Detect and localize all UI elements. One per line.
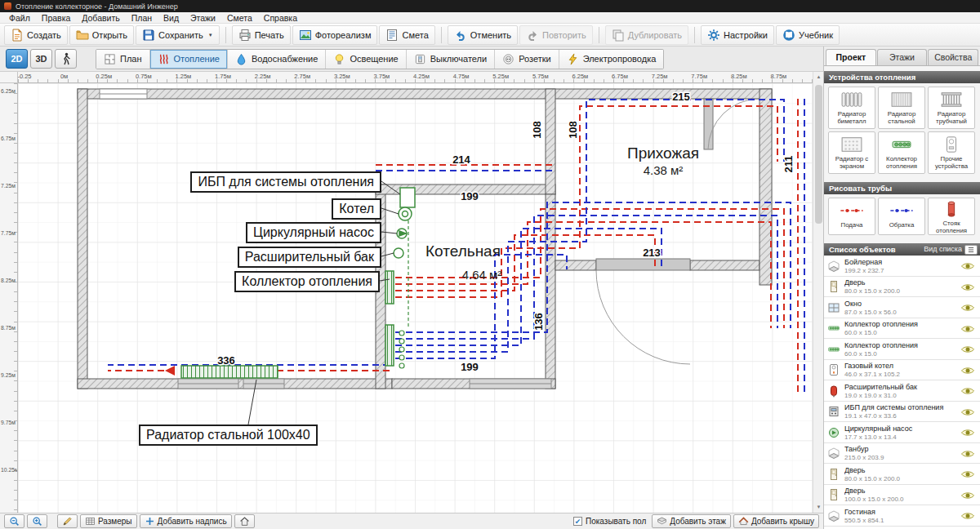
- visibility-eye-icon[interactable]: [960, 345, 975, 354]
- object-list-item[interactable]: Газовый котел46.0 x 37.1 x 105.2: [824, 360, 980, 381]
- object-name: Дверь: [844, 487, 949, 496]
- new-document-button[interactable]: Создать: [4, 25, 68, 45]
- visibility-eye-icon[interactable]: [960, 511, 975, 521]
- object-list-item[interactable]: Танбур215.0 x 203.9: [824, 443, 980, 465]
- object-list-item[interactable]: Коллектор отопления60.0 x 15.0: [824, 339, 980, 360]
- walk-mode-button[interactable]: [55, 49, 77, 69]
- tab-properties[interactable]: Свойства: [928, 49, 978, 65]
- mode-2d-button[interactable]: 2D: [6, 49, 28, 69]
- object-name: Коллектор отопления: [844, 320, 949, 329]
- vertical-scrollbar[interactable]: ▲ ▼: [813, 72, 823, 513]
- print-button[interactable]: Печать: [232, 25, 291, 45]
- callout-pump[interactable]: Циркулярный насос: [246, 222, 381, 243]
- visibility-eye-icon[interactable]: [960, 261, 975, 271]
- roof-icon: [738, 516, 749, 527]
- tab-project[interactable]: Проект: [826, 49, 876, 65]
- object-list-item[interactable]: Бойлерная199.2 x 232.7: [824, 256, 980, 277]
- object-name: Расширительный бак: [844, 383, 949, 392]
- visibility-eye-icon[interactable]: [960, 324, 975, 334]
- visibility-eye-icon[interactable]: [960, 386, 975, 396]
- scrollbar-thumb[interactable]: [815, 85, 822, 224]
- visibility-eye-icon[interactable]: [960, 491, 975, 500]
- open-folder-button[interactable]: Открыть: [69, 25, 134, 45]
- visibility-eye-icon[interactable]: [960, 282, 975, 292]
- collector-tile[interactable]: Коллектор отопления: [878, 131, 925, 174]
- add-floor-button[interactable]: Добавить этаж: [652, 514, 731, 528]
- menu-item-1[interactable]: Правка: [36, 13, 76, 23]
- steel-radiator[interactable]: [181, 366, 278, 378]
- object-list-item[interactable]: Дверь80.0 x 15.0 x 200.0: [824, 277, 980, 298]
- callout-ups[interactable]: ИБП для системы отопления: [190, 171, 381, 193]
- object-list-item[interactable]: Дверь100.0 x 15.0 x 200.0: [824, 485, 980, 506]
- object-list-item[interactable]: Расширительный бак19.0 x 19.0 x 31.0: [824, 380, 980, 402]
- callout-expansion-tank[interactable]: Расширительный бак: [238, 247, 381, 268]
- view-tab-heating[interactable]: Отопление: [150, 50, 228, 69]
- visibility-eye-icon[interactable]: [960, 469, 975, 479]
- canvas-area[interactable]: -0.250м0.25м0.75м1.25м1.75м2.25м2.75м3.2…: [0, 72, 813, 513]
- tab-floors[interactable]: Этажи: [877, 49, 928, 65]
- callout-boiler[interactable]: Котел: [332, 198, 381, 220]
- visibility-eye-icon[interactable]: [960, 303, 975, 313]
- photorealism-button[interactable]: Фотореализм: [292, 25, 378, 45]
- menu-item-0[interactable]: Файл: [3, 13, 36, 23]
- view-tab-water[interactable]: Водоснабжение: [228, 50, 326, 69]
- other-devices-tile[interactable]: Прочие устройства: [928, 131, 975, 174]
- view-tab-switch[interactable]: Выключатели: [407, 50, 495, 69]
- toolbar-button-label: Смета: [402, 30, 428, 40]
- settings-button[interactable]: Настройки: [701, 25, 774, 45]
- view-tab-socket[interactable]: Розетки: [495, 50, 559, 69]
- view-tab-plan[interactable]: План: [96, 50, 150, 69]
- callout-collector[interactable]: Коллектор отопления: [234, 271, 380, 292]
- save-icon: [142, 29, 155, 42]
- menu-item-2[interactable]: Добавить: [76, 13, 125, 23]
- expansion-tank-symbol: [394, 248, 403, 258]
- add-roof-button[interactable]: Добавить крышу: [733, 514, 819, 528]
- object-list-item[interactable]: Коллектор отопления60.0 x 15.0: [824, 318, 980, 340]
- supply-pipe-tile[interactable]: Подача: [828, 198, 875, 235]
- object-name: Окно: [844, 300, 949, 309]
- socket-icon: [502, 53, 514, 65]
- home-button[interactable]: [234, 514, 255, 528]
- object-list-item[interactable]: ИБП для системы отопления19.1 x 47.0 x 3…: [824, 402, 980, 423]
- dimensions-button[interactable]: Размеры: [80, 514, 137, 528]
- radiator-bimetal-tile[interactable]: Радиатор биметалл: [828, 87, 875, 129]
- radiator-steel-tile[interactable]: Радиатор стальной: [878, 87, 925, 129]
- floor-plan[interactable]: Прихожая 4.38 м² Котельная 4.64 м² 214 1…: [18, 83, 813, 513]
- menu-item-4[interactable]: Вид: [158, 13, 185, 23]
- return-pipe-tile[interactable]: Обратка: [878, 198, 925, 235]
- radiator-screen-tile[interactable]: Радиатор с экраном: [828, 131, 875, 174]
- tutorial-button[interactable]: Учебник: [776, 25, 840, 45]
- object-list-item[interactable]: Гостиная550.5 x 854.1: [824, 505, 980, 527]
- save-button[interactable]: Сохранить▼: [136, 25, 220, 45]
- menu-item-7[interactable]: Справка: [258, 13, 303, 23]
- list-view-button[interactable]: [964, 245, 978, 255]
- callout-radiator[interactable]: Радиатор стальной 100x40: [139, 425, 318, 446]
- room-icon: [827, 509, 840, 522]
- add-caption-button[interactable]: Добавить надпись: [140, 514, 232, 528]
- visibility-eye-icon[interactable]: [960, 407, 975, 417]
- estimate-button[interactable]: Смета: [379, 25, 434, 45]
- visibility-eye-icon[interactable]: [960, 449, 975, 459]
- object-list-item[interactable]: Окно87.0 x 15.0 x 56.0: [824, 297, 980, 318]
- view-tab-wiring[interactable]: Электропроводка: [559, 50, 664, 69]
- measure-button[interactable]: [57, 514, 78, 528]
- object-list-item[interactable]: Узкая входная дверь: [824, 527, 980, 529]
- riser-tile[interactable]: Стояк отопления: [928, 198, 975, 235]
- zoom-out-button[interactable]: [4, 514, 24, 528]
- menu-item-5[interactable]: Этажи: [185, 13, 221, 23]
- zoom-in-button[interactable]: [27, 514, 47, 528]
- visibility-eye-icon[interactable]: [960, 428, 975, 438]
- undo-button[interactable]: Отменить: [448, 25, 518, 45]
- dropdown-arrow-icon[interactable]: ▼: [208, 33, 213, 38]
- view-tab-light[interactable]: Освещение: [326, 50, 406, 69]
- show-floor-checkbox[interactable]: ✔: [573, 517, 582, 526]
- object-list-item[interactable]: Дверь80.0 x 15.0 x 200.0: [824, 464, 980, 485]
- object-list-item[interactable]: Циркулярный насос17.7 x 13.0 x 13.4: [824, 422, 980, 443]
- menu-item-6[interactable]: Смета: [221, 13, 258, 23]
- visibility-eye-icon[interactable]: [960, 366, 975, 376]
- toolbar-button-label: Отменить: [470, 30, 511, 40]
- radiator-tube-tile[interactable]: Радиатор трубчатый: [928, 87, 975, 129]
- mode-3d-button[interactable]: 3D: [30, 49, 52, 69]
- show-floor-toggle[interactable]: ✔ Показывать пол: [573, 517, 646, 526]
- menu-item-3[interactable]: План: [126, 13, 158, 23]
